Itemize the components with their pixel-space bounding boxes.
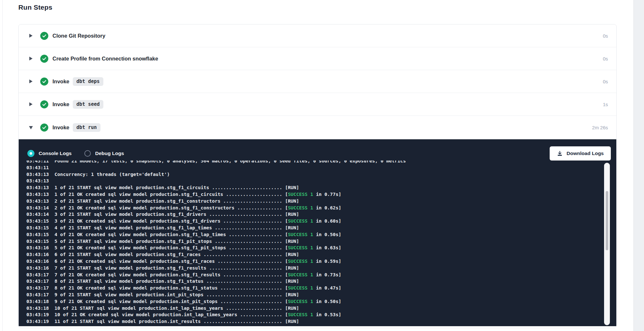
run-steps-card: Clone Git Repository0sCreate Profile fro…	[18, 24, 617, 328]
step-duration: 2m 26s	[592, 125, 608, 130]
download-logs-button[interactable]: Download Logs	[550, 146, 611, 161]
step-duration: 1s	[603, 102, 608, 107]
content-left-border	[2, 0, 3, 331]
check-circle-icon	[40, 100, 48, 108]
step-duration: 0s	[603, 33, 608, 39]
log-line: 03:43:17 8 of 21 OK created sql view mod…	[26, 285, 603, 291]
caret-right-icon	[29, 34, 33, 38]
log-line: 03:43:16 5 of 21 OK created sql view mod…	[26, 244, 603, 251]
log-line: 03:43:13 1 of 21 START sql view model pr…	[26, 184, 603, 191]
right-side-gutter	[633, 0, 644, 331]
step-duration: 0s	[603, 79, 608, 84]
download-logs-label: Download Logs	[567, 151, 604, 156]
console-log-panel: Console Logs Debug Logs Download Logs 03…	[19, 139, 616, 326]
step-label: Create Profile from Connection snowflake	[52, 56, 158, 62]
step-label: Invoke	[52, 124, 69, 131]
caret-right-icon	[29, 79, 33, 83]
console-log-header: Console Logs Debug Logs Download Logs	[27, 146, 611, 161]
caret-right-icon	[29, 102, 33, 106]
run-steps-list: Clone Git Repository0sCreate Profile fro…	[19, 24, 616, 139]
step-row-3[interactable]: Invokedbt deps0s	[19, 70, 616, 93]
console-logs-radio[interactable]: Console Logs	[27, 150, 71, 157]
log-scrollbar-thumb[interactable]	[606, 191, 608, 250]
log-line: 03:43:14 3 of 21 START sql view model pr…	[26, 211, 603, 218]
log-line: 03:43:13 1 of 21 OK created sql view mod…	[26, 191, 603, 198]
log-line: 03:43:11 Found 21 models, 17 tests, 0 sn…	[26, 161, 603, 164]
caret-right-icon	[29, 57, 33, 60]
log-line: 03:43:19 10 of 21 OK created sql view mo…	[26, 311, 603, 318]
log-line: 03:43:15 5 of 21 START sql view model pr…	[26, 238, 603, 245]
console-log-viewport[interactable]: 03:43:11 Found 21 models, 17 tests, 0 sn…	[26, 161, 603, 325]
log-line: 03:43:17 9 of 21 START sql view model pr…	[26, 291, 603, 298]
radio-unselected-icon	[84, 150, 91, 157]
caret-down-icon	[29, 126, 33, 129]
log-line: 03:43:18 10 of 21 START sql view model p…	[26, 305, 603, 312]
step-row-5[interactable]: Invokedbt run2m 26s	[19, 116, 616, 139]
console-logs-label: Console Logs	[39, 151, 71, 156]
log-line: 03:43:13	[26, 178, 603, 184]
page-title: Run Steps	[18, 4, 52, 11]
step-label: Invoke	[52, 101, 69, 107]
console-log-content: 03:43:11 Found 21 models, 17 tests, 0 sn…	[26, 161, 603, 325]
step-label: Invoke	[52, 78, 69, 85]
log-line: 03:43:19 11 of 21 START sql view model p…	[26, 318, 603, 325]
log-line: 03:43:17 8 of 21 START sql view model pr…	[26, 278, 603, 285]
log-line: 03:43:16 6 of 21 START sql view model pr…	[26, 251, 603, 258]
check-circle-icon	[40, 78, 48, 86]
log-line: 03:43:16 7 of 21 START sql view model pr…	[26, 265, 603, 271]
step-row-4[interactable]: Invokedbt seed1s	[19, 93, 616, 116]
log-line: 03:43:17 7 of 21 OK created sql view mod…	[26, 271, 603, 278]
step-label: Clone Git Repository	[52, 33, 105, 39]
download-icon	[557, 151, 563, 157]
step-command-badge: dbt deps	[73, 77, 103, 86]
log-line: 03:43:15 3 of 21 OK created sql view mod…	[26, 218, 603, 225]
step-duration: 0s	[603, 56, 608, 61]
step-command-badge: dbt run	[73, 123, 100, 132]
log-line: 03:43:15 4 of 21 START sql view model pr…	[26, 225, 603, 231]
radio-selected-icon	[27, 150, 34, 157]
log-line: 03:43:15 4 of 21 OK created sql view mod…	[26, 231, 603, 238]
check-circle-icon	[40, 32, 48, 40]
debug-logs-radio[interactable]: Debug Logs	[84, 150, 124, 157]
log-line: 03:43:11	[26, 164, 603, 171]
step-row-2[interactable]: Create Profile from Connection snowflake…	[19, 47, 616, 70]
step-command-badge: dbt seed	[73, 100, 103, 109]
log-line: 03:43:16 6 of 21 OK created sql view mod…	[26, 258, 603, 265]
check-circle-icon	[40, 124, 48, 132]
log-line: 03:43:13 Concurrency: 1 threads (target=…	[26, 171, 603, 178]
log-scrollbar-track[interactable]	[604, 163, 610, 325]
check-circle-icon	[40, 55, 48, 63]
debug-logs-label: Debug Logs	[95, 151, 124, 156]
step-row-1[interactable]: Clone Git Repository0s	[19, 24, 616, 47]
log-line: 03:43:14 2 of 21 OK created sql view mod…	[26, 205, 603, 211]
log-line: 03:43:18 9 of 21 OK created sql view mod…	[26, 298, 603, 305]
log-line: 03:43:13 2 of 21 START sql view model pr…	[26, 198, 603, 205]
